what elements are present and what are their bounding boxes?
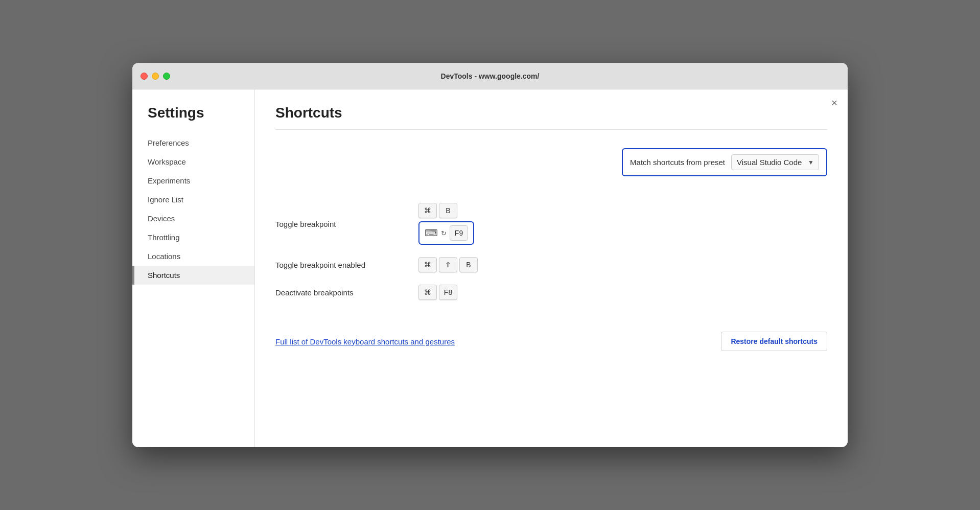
key-f8: F8 bbox=[439, 285, 457, 300]
preset-container: Match shortcuts from preset Default Visu… bbox=[622, 148, 827, 176]
preset-select-wrapper: Default Visual Studio Code ▼ bbox=[731, 154, 819, 170]
shortcut-row-toggle-breakpoint: Toggle breakpoint ⌘ B ⌨ bbox=[275, 197, 827, 251]
key-cmd: ⌘ bbox=[418, 203, 437, 218]
footer-row: Full list of DevTools keyboard shortcuts… bbox=[275, 327, 827, 351]
minimize-traffic-light[interactable] bbox=[152, 73, 159, 80]
shortcut-keys-toggle-breakpoint: ⌘ B ⌨ ↻ F9 bbox=[418, 203, 474, 245]
key-shift: ⇧ bbox=[439, 257, 457, 272]
keyboard-shortcuts-link[interactable]: Full list of DevTools keyboard shortcuts… bbox=[275, 337, 455, 346]
sidebar-heading: Settings bbox=[132, 105, 254, 133]
window-content: × Settings Preferences Workspace Experim… bbox=[132, 89, 848, 447]
sidebar-item-ignore-list[interactable]: Ignore List bbox=[132, 190, 254, 209]
traffic-lights bbox=[141, 73, 170, 80]
sidebar-item-devices[interactable]: Devices bbox=[132, 209, 254, 228]
sidebar-item-workspace[interactable]: Workspace bbox=[132, 152, 254, 171]
sidebar-item-locations[interactable]: Locations bbox=[132, 247, 254, 266]
shortcut-keys-toggle-breakpoint-enabled: ⌘ ⇧ B bbox=[418, 257, 478, 272]
preset-row: Match shortcuts from preset Default Visu… bbox=[275, 148, 827, 176]
shortcut-name-toggle-breakpoint: Toggle breakpoint bbox=[275, 220, 418, 228]
keyboard-shortcut-icon: ⌨ bbox=[425, 227, 438, 239]
shortcut-name-deactivate-breakpoints: Deactivate breakpoints bbox=[275, 288, 418, 297]
key-combo-cmd-shift-b: ⌘ ⇧ B bbox=[418, 257, 478, 272]
sidebar-item-shortcuts[interactable]: Shortcuts bbox=[132, 266, 254, 285]
shortcut-row-toggle-breakpoint-enabled: Toggle breakpoint enabled ⌘ ⇧ B bbox=[275, 251, 827, 279]
shortcut-keys-deactivate-breakpoints: ⌘ F8 bbox=[418, 285, 457, 300]
sidebar-item-experiments[interactable]: Experiments bbox=[132, 171, 254, 190]
preset-select[interactable]: Default Visual Studio Code bbox=[731, 154, 819, 170]
sidebar-item-preferences[interactable]: Preferences bbox=[132, 133, 254, 152]
key-b2: B bbox=[459, 257, 478, 272]
close-traffic-light[interactable] bbox=[141, 73, 148, 80]
preset-label: Match shortcuts from preset bbox=[630, 158, 725, 167]
main-content: Shortcuts Match shortcuts from preset De… bbox=[255, 89, 848, 447]
key-combo-f9-highlighted: ⌨ ↻ F9 bbox=[418, 221, 474, 245]
shortcut-name-toggle-breakpoint-enabled: Toggle breakpoint enabled bbox=[275, 261, 418, 269]
devtools-window: DevTools - www.google.com/ × Settings Pr… bbox=[132, 63, 848, 447]
restore-defaults-button[interactable]: Restore default shortcuts bbox=[721, 332, 827, 351]
divider bbox=[275, 129, 827, 130]
sidebar-item-throttling[interactable]: Throttling bbox=[132, 228, 254, 247]
cycle-icon: ↻ bbox=[441, 229, 447, 237]
key-cmd3: ⌘ bbox=[418, 285, 437, 300]
key-cmd2: ⌘ bbox=[418, 257, 437, 272]
key-b: B bbox=[439, 203, 457, 218]
sidebar: Settings Preferences Workspace Experimen… bbox=[132, 89, 255, 447]
maximize-traffic-light[interactable] bbox=[163, 73, 170, 80]
key-combo-cmd-f8: ⌘ F8 bbox=[418, 285, 457, 300]
shortcuts-list: Toggle breakpoint ⌘ B ⌨ bbox=[275, 197, 827, 306]
shortcut-row-deactivate-breakpoints: Deactivate breakpoints ⌘ F8 bbox=[275, 279, 827, 306]
titlebar: DevTools - www.google.com/ bbox=[132, 63, 848, 89]
key-combo-cmd-b: ⌘ B bbox=[418, 203, 474, 218]
titlebar-title: DevTools - www.google.com/ bbox=[441, 72, 540, 80]
key-f9: F9 bbox=[450, 225, 468, 241]
page-title: Shortcuts bbox=[275, 105, 827, 121]
